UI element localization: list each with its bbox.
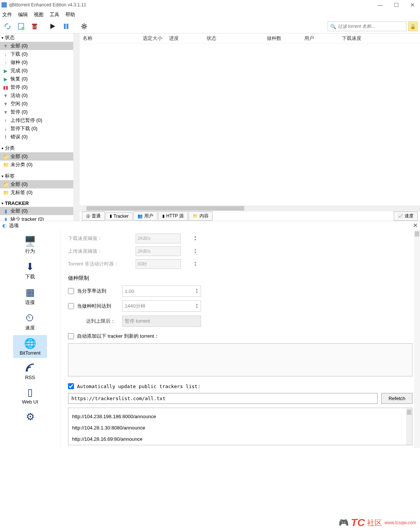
search-box[interactable]: 🔍 <box>328 21 406 31</box>
sidebar-item-seeding[interactable]: ↑做种 (0) <box>0 58 73 67</box>
check-icon: ▶ <box>3 68 8 74</box>
folder-icon: 📁 <box>3 154 8 159</box>
toolbar: + 🔍 🔒 <box>0 20 420 33</box>
settings-panel: 🖥️行为 ⬇下载 ▦连接 ⏲速度 🌐BitTorrent RSS ▯Web UI… <box>0 230 420 448</box>
connection-icon: ▦ <box>26 286 35 298</box>
sidebar-item-stalled-dl[interactable]: ↓暂停下载 (0) <box>0 124 73 133</box>
tab-general[interactable]: 🛈普通 <box>82 211 105 221</box>
sidebar-item-errored[interactable]: !错误 (0) <box>0 133 73 141</box>
auto-add-tracker-textarea[interactable] <box>68 343 412 376</box>
menu-tools[interactable]: 工具 <box>50 11 59 18</box>
col-status[interactable]: 状态 <box>207 35 267 42</box>
col-progress[interactable]: 进度 <box>169 35 207 42</box>
sidebar-item-stalled-up[interactable]: ↑上传已暂停 (0) <box>0 116 73 124</box>
menu-help[interactable]: 帮助 <box>65 11 75 18</box>
maximize-button[interactable]: ☐ <box>394 2 399 8</box>
sidebar-header-category[interactable]: ▾分类 <box>0 144 73 152</box>
sidebar-item-active[interactable]: ▼活动 (0) <box>0 91 73 100</box>
delete-button[interactable] <box>29 21 40 32</box>
sidebar-item-all[interactable]: ▼全部 (0) <box>0 42 73 50</box>
svg-point-11 <box>26 370 28 372</box>
seed-time-input[interactable]: 1440分钟▲▼ <box>122 300 201 312</box>
horizontal-scrollbar[interactable] <box>80 205 420 211</box>
add-link-button[interactable] <box>2 21 13 32</box>
sidebar-item-resumed[interactable]: ▶恢复 (0) <box>0 75 73 83</box>
svg-rect-3 <box>33 25 36 29</box>
error-icon: ! <box>3 134 8 140</box>
col-seeds[interactable]: 做种数 <box>267 35 304 42</box>
col-peers[interactable]: 用户 <box>304 35 342 42</box>
col-dlspeed[interactable]: 下载速度 <box>342 35 372 42</box>
sidebar-item-paused[interactable]: ▮▮暂停 (0) <box>0 83 73 91</box>
sidebar-item-tracker-all[interactable]: ▮全部 (0) <box>0 207 73 215</box>
tracker-list-box[interactable]: http://104.238.198.186:8000/announce htt… <box>68 408 412 445</box>
sidebar-header-tags[interactable]: ▾标签 <box>0 172 73 180</box>
tab-speed[interactable]: 📈速度 <box>394 211 418 221</box>
options-header: ◐ 选项 ✕ <box>0 221 420 230</box>
col-size[interactable]: 选定大小 <box>143 35 169 42</box>
rss-icon <box>25 362 35 374</box>
tab-http[interactable]: ▮HTTP 源 <box>158 211 187 221</box>
tracker-entry: http://104.238.198.186:8000/announce <box>72 411 408 422</box>
auto-update-trackers-checkbox[interactable] <box>68 383 74 389</box>
title-bar: qBittorrent Enhanced Edition v4.3.1.11 —… <box>0 0 420 10</box>
nav-bittorrent[interactable]: 🌐BitTorrent <box>13 335 47 358</box>
add-file-button[interactable]: + <box>16 21 26 32</box>
tab-tracker[interactable]: ▮Tracker <box>106 212 133 220</box>
close-button[interactable]: ✕ <box>410 2 415 8</box>
nav-advanced[interactable]: ⚙ <box>13 408 47 425</box>
sidebar-item-tag-none[interactable]: 📁无标签 (0) <box>0 188 73 197</box>
col-name[interactable]: 名称 <box>83 35 143 42</box>
tab-content[interactable]: 📁内容 <box>189 211 213 221</box>
nav-speed[interactable]: ⏲速度 <box>13 309 47 334</box>
sidebar-item-cat-all[interactable]: 📁全部 (0) <box>0 152 73 161</box>
inactive-label: Torrent 非活动计时器： <box>68 261 136 267</box>
sidebar-header-tracker[interactable]: ▾TRACKER <box>0 200 73 207</box>
menu-file[interactable]: 文件 <box>2 11 12 18</box>
sidebar-item-completed[interactable]: ▶完成 (0) <box>0 67 73 75</box>
settings-body: 下载速度阈值： ▲▼ 上传速度阈值： ▲▼ Torrent 非活动计时器： ▲▼… <box>60 230 420 448</box>
options-close-button[interactable]: ✕ <box>413 222 418 229</box>
then-label: 达到上限后： <box>86 318 122 325</box>
tracker-scrollbar[interactable] <box>406 408 412 445</box>
tracker-icon: ▮ <box>3 217 8 221</box>
seed-time-checkbox[interactable] <box>68 303 74 309</box>
torrent-list <box>80 44 420 205</box>
settings-scrollbar[interactable] <box>414 230 420 448</box>
sidebar-item-stalled[interactable]: ▼暂停 (0) <box>0 108 73 116</box>
gauge-icon: ⏲ <box>25 312 35 324</box>
refetch-button[interactable]: Refetch <box>381 393 412 404</box>
chart-icon: 📈 <box>398 214 403 218</box>
share-ratio-checkbox[interactable] <box>68 288 74 294</box>
svg-rect-4 <box>32 24 37 25</box>
tab-peers[interactable]: 👥用户 <box>133 211 157 221</box>
sidebar-item-tracker-none[interactable]: ▮缺少 tracker (0) <box>0 215 73 221</box>
sidebar-scrollbar[interactable] <box>74 33 80 221</box>
auto-add-tracker-checkbox[interactable] <box>68 333 74 339</box>
resume-button[interactable] <box>47 21 58 32</box>
sidebar-item-downloading[interactable]: ↓下载 (0) <box>0 50 73 58</box>
share-ratio-input[interactable]: 1.00▲▼ <box>122 285 201 297</box>
search-input[interactable] <box>338 24 404 29</box>
nav-connection[interactable]: ▦连接 <box>13 284 47 308</box>
content-area: 名称 选定大小 进度 状态 做种数 用户 下载速度 🛈普通 ▮Tracker 👥… <box>80 33 420 221</box>
lock-button[interactable]: 🔒 <box>408 21 418 31</box>
ul-threshold-input: ▲▼ <box>136 246 181 256</box>
pause-button[interactable] <box>61 21 71 32</box>
sidebar-header-status[interactable]: ▾状态 <box>0 33 73 42</box>
menu-edit[interactable]: 编辑 <box>18 11 28 18</box>
menu-view[interactable]: 视图 <box>34 11 44 18</box>
settings-button[interactable] <box>79 21 89 32</box>
nav-behavior[interactable]: 🖥️行为 <box>13 233 47 257</box>
nav-rss[interactable]: RSS <box>13 360 47 382</box>
column-headers: 名称 选定大小 进度 状态 做种数 用户 下载速度 <box>80 33 420 44</box>
sidebar-item-tag-all[interactable]: 📁全部 (0) <box>0 180 73 188</box>
nav-webui[interactable]: ▯Web UI <box>13 384 47 407</box>
peers-icon: 👥 <box>137 214 143 218</box>
trackers-url-input[interactable] <box>68 393 378 404</box>
minimize-button[interactable]: — <box>378 2 383 8</box>
nav-downloads[interactable]: ⬇下载 <box>13 258 47 282</box>
sidebar-item-inactive[interactable]: ▼空闲 (0) <box>0 100 73 108</box>
sidebar-item-cat-none[interactable]: 📁未分类 (0) <box>0 161 73 169</box>
svg-point-10 <box>83 25 85 27</box>
